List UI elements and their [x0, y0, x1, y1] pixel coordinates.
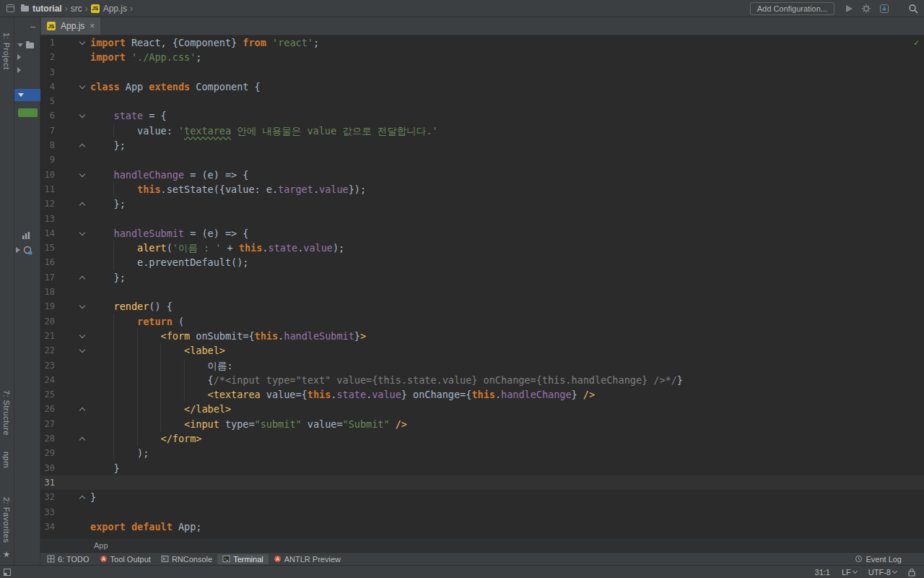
tool-button-tool-output[interactable]: ATool Output	[95, 554, 156, 564]
gutter-vcs-area[interactable]	[55, 461, 78, 475]
gutter-vcs-area[interactable]	[55, 417, 78, 431]
gutter-vcs-area[interactable]	[55, 373, 78, 387]
gutter-vcs-area[interactable]	[55, 212, 78, 226]
expanded-arrow-icon[interactable]	[17, 43, 23, 47]
lock-icon[interactable]	[908, 568, 915, 577]
tree-row[interactable]	[17, 51, 21, 63]
gutter-vcs-area[interactable]	[55, 50, 78, 64]
code-line[interactable]: 30 }	[40, 461, 924, 475]
code-line[interactable]: 6 state = {	[40, 108, 924, 123]
gutter-vcs-area[interactable]	[55, 490, 78, 504]
line-number[interactable]: 9	[40, 152, 55, 167]
line-number[interactable]: 8	[40, 138, 55, 152]
gutter-vcs-area[interactable]	[55, 299, 78, 314]
code-line[interactable]: 8 };	[40, 138, 924, 152]
fold-marker[interactable]	[78, 431, 88, 446]
fold-marker[interactable]	[78, 35, 88, 50]
collapsed-arrow-icon[interactable]	[17, 54, 21, 60]
line-number[interactable]: 18	[40, 285, 55, 299]
project-panel[interactable]: –	[14, 17, 40, 565]
gutter-vcs-area[interactable]	[55, 124, 78, 138]
code-line[interactable]: 14 handleSubmit = (e) => {	[40, 226, 924, 241]
code-line[interactable]: 3	[40, 65, 924, 79]
collapsed-arrow-icon[interactable]	[17, 67, 21, 73]
code-line[interactable]: 10 handleChange = (e) => {	[40, 168, 924, 182]
gutter-vcs-area[interactable]	[55, 387, 78, 402]
code-area[interactable]: ✓ 1import React, {Component} from 'react…	[40, 35, 924, 539]
gutter-vcs-area[interactable]	[55, 108, 78, 123]
line-number[interactable]: 13	[40, 212, 55, 226]
gutter-vcs-area[interactable]	[55, 226, 78, 241]
cursor-position-widget[interactable]: 31:1	[815, 568, 830, 577]
tool-button-favorites[interactable]: 2: Favorites	[2, 497, 11, 543]
line-number[interactable]: 5	[40, 94, 55, 108]
line-number[interactable]: 24	[40, 373, 55, 387]
fold-marker[interactable]	[78, 299, 88, 314]
gutter-vcs-area[interactable]	[55, 358, 78, 373]
code-line[interactable]: 12 };	[40, 197, 924, 211]
line-number[interactable]: 12	[40, 197, 55, 211]
fold-marker[interactable]	[78, 270, 88, 285]
line-number[interactable]: 34	[40, 519, 55, 534]
code-line[interactable]: 31	[40, 475, 924, 490]
tool-window-switcher-icon[interactable]	[3, 568, 12, 577]
gutter-vcs-area[interactable]	[55, 152, 78, 167]
gutter-vcs-area[interactable]	[55, 475, 78, 490]
line-number[interactable]: 30	[40, 461, 55, 475]
line-number[interactable]: 17	[40, 270, 55, 285]
line-number[interactable]: 11	[40, 182, 55, 197]
fold-marker[interactable]	[78, 79, 88, 94]
search-icon[interactable]	[908, 4, 918, 14]
code-line[interactable]: 16 e.preventDefault();	[40, 255, 924, 269]
gutter-vcs-area[interactable]	[55, 314, 78, 329]
encoding-widget[interactable]: UTF-8	[868, 568, 897, 577]
line-number[interactable]: 25	[40, 387, 55, 402]
tool-button-project[interactable]: 1: Project	[2, 33, 11, 69]
code-line[interactable]: 11 this.setState({value: e.target.value}…	[40, 182, 924, 197]
gutter-vcs-area[interactable]	[55, 519, 78, 534]
code-line[interactable]: 4class App extends Component {	[40, 79, 924, 94]
code-line[interactable]: 18	[40, 285, 924, 299]
gutter-vcs-area[interactable]	[55, 285, 78, 299]
line-number[interactable]: 33	[40, 505, 55, 519]
tree-row[interactable]	[17, 64, 21, 76]
line-number[interactable]: 28	[40, 431, 55, 446]
line-separator-widget[interactable]: LF	[842, 568, 857, 577]
gutter-vcs-area[interactable]	[55, 446, 78, 460]
tab-appjs[interactable]: JS App.js ×	[41, 17, 100, 35]
tool-button-event-log[interactable]: Event Log	[850, 554, 907, 564]
gutter-vcs-area[interactable]	[55, 343, 78, 358]
code-line[interactable]: 24 {/*<input type="text" value={this.sta…	[40, 373, 924, 387]
line-number[interactable]: 1	[40, 35, 55, 50]
tree-row-new-file[interactable]	[18, 108, 38, 117]
gutter-vcs-area[interactable]	[55, 138, 78, 152]
line-number[interactable]: 15	[40, 241, 55, 255]
fold-marker[interactable]	[78, 197, 88, 211]
line-number[interactable]: 23	[40, 358, 55, 373]
line-number[interactable]: 29	[40, 446, 55, 460]
add-configuration-button[interactable]: Add Configuration...	[750, 2, 834, 15]
line-number[interactable]: 4	[40, 79, 55, 94]
line-number[interactable]: 6	[40, 108, 55, 123]
line-number[interactable]: 7	[40, 124, 55, 138]
code-line[interactable]: 13	[40, 212, 924, 226]
line-number[interactable]: 21	[40, 329, 55, 343]
code-line[interactable]: 2import './App.css';	[40, 50, 924, 64]
code-line[interactable]: 21 <form onSubmit={this.handleSubmit}>	[40, 329, 924, 343]
update-project-icon[interactable]	[879, 4, 889, 14]
fold-marker[interactable]	[78, 343, 88, 358]
line-number[interactable]: 26	[40, 402, 55, 416]
tree-row-root[interactable]	[17, 39, 34, 51]
debug-icon[interactable]	[861, 4, 871, 14]
favorites-star-icon[interactable]: ★	[3, 550, 10, 559]
fold-marker[interactable]	[78, 168, 88, 182]
tool-button-structure[interactable]: 7: Structure	[2, 390, 11, 436]
gutter-vcs-area[interactable]	[55, 79, 78, 94]
tool-button-terminal[interactable]: Terminal	[217, 554, 269, 564]
line-number[interactable]: 10	[40, 168, 55, 182]
tool-button-6-todo[interactable]: 6: TODO	[42, 554, 95, 564]
code-line[interactable]: 19 render() {	[40, 299, 924, 314]
fold-marker[interactable]	[78, 138, 88, 152]
notifications-icon[interactable]	[23, 246, 32, 255]
line-number[interactable]: 3	[40, 65, 55, 79]
